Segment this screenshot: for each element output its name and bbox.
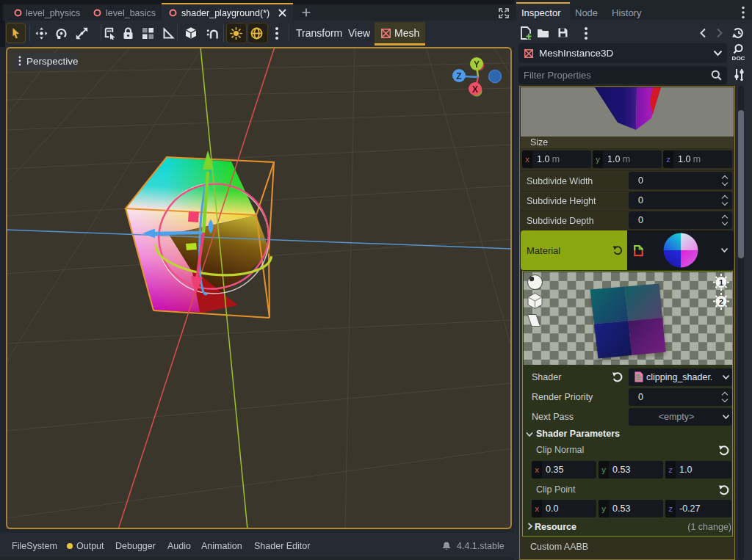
svg-text:Y: Y [474,59,480,70]
svg-text:DOC: DOC [732,55,745,62]
svg-text:2: 2 [718,297,723,305]
svg-text:Perspective: Perspective [26,56,79,67]
svg-text:Z: Z [456,71,461,81]
svg-text:X: X [472,84,478,95]
svg-text:1: 1 [718,277,723,286]
